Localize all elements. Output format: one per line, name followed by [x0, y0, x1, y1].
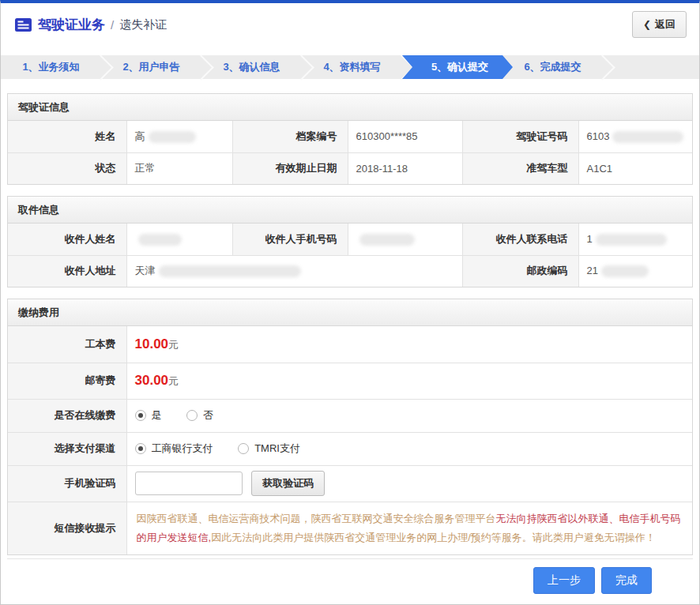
radio-channel-tmri-label[interactable]: TMRI支付 [254, 442, 300, 454]
recipient-address-label: 收件人地址 [8, 255, 126, 287]
work-fee-label: 工本费 [8, 326, 126, 363]
pay-channel-label: 选择支付渠道 [8, 432, 126, 465]
section-fees: 缴纳费用 工本费 10.00元 邮寄费 30.00元 是否在线缴费 是 否 [7, 299, 693, 555]
table-row: 选择支付渠道 工商银行支付 TMRI支付 [8, 432, 692, 465]
step-tab-6[interactable]: 6、完成提交 [502, 55, 603, 79]
license-business-icon [15, 18, 32, 32]
recipient-name-value [126, 224, 232, 255]
recipient-address-value: 天津 [126, 255, 462, 287]
table-row: 状态 正常 有效期止日期 2018-11-18 准驾车型 A1C1 [8, 152, 692, 184]
table-row: 邮寄费 30.00元 [8, 363, 692, 399]
work-fee-value: 10.00元 [126, 326, 692, 363]
sms-code-input[interactable] [135, 472, 243, 495]
table-row: 手机验证码 获取验证码 [8, 465, 692, 502]
online-pay-label: 是否在线缴费 [8, 399, 126, 432]
redacted-value [601, 265, 649, 277]
name-label: 姓名 [8, 121, 126, 152]
work-fee-amount: 10.00 [135, 336, 169, 351]
license-no-value: 6103 [578, 121, 692, 152]
section-pickup-title: 取件信息 [8, 197, 692, 224]
table-row: 工本费 10.00元 [8, 326, 692, 363]
redacted-value [612, 131, 683, 143]
status-label: 状态 [8, 152, 126, 184]
vehicle-type-label: 准驾车型 [462, 152, 578, 184]
step-tab-3[interactable]: 3、确认信息 [201, 55, 302, 79]
status-value: 正常 [126, 152, 232, 184]
sms-notice-part3: 因此无法向此类用户提供陕西省交通管理业务的网上办理/预约等服务。请此类用户避免无… [211, 532, 656, 543]
recipient-mobile-label: 收件人手机号码 [232, 224, 348, 255]
fees-table: 工本费 10.00元 邮寄费 30.00元 是否在线缴费 是 否 选择支付渠道 [8, 326, 692, 554]
radio-online-yes[interactable] [135, 410, 146, 421]
radio-channel-icbc-label[interactable]: 工商银行支付 [152, 442, 213, 454]
back-chevron-icon: ❮ [643, 19, 651, 30]
table-row: 短信接收提示 因陕西省联通、电信运营商技术问题，陕西省互联网交通安全综合服务管理… [8, 502, 692, 554]
redacted-value [149, 131, 196, 143]
radio-channel-icbc[interactable] [135, 443, 146, 454]
expiry-value: 2018-11-18 [348, 152, 462, 184]
recipient-mobile-value [348, 224, 462, 255]
expiry-label: 有效期止日期 [232, 152, 348, 184]
radio-online-no[interactable] [186, 410, 198, 421]
section-fees-title: 缴纳费用 [8, 299, 692, 326]
archive-no-label: 档案编号 [232, 121, 348, 152]
sms-code-field: 获取验证码 [126, 465, 692, 502]
license-no-label: 驾驶证号码 [462, 121, 578, 152]
step-nav: 1、业务须知 2、用户申告 3、确认信息 4、资料填写 5、确认提交 6、完成提… [1, 55, 699, 79]
back-button-label: 返回 [655, 17, 676, 32]
pickup-info-table: 收件人姓名 收件人手机号码 收件人联系电话 1 收件人地址 天津 邮政编码 21 [8, 224, 692, 287]
name-value: 高 [126, 121, 232, 152]
finish-button[interactable]: 完成 [601, 567, 652, 594]
fee-unit: 元 [168, 375, 179, 387]
page-header: 驾驶证业务 / 遗失补证 ❮ 返回 [1, 3, 699, 46]
redacted-value [359, 234, 415, 246]
post-fee-amount: 30.00 [135, 373, 169, 388]
sms-notice-part1: 因陕西省联通、电信运营商技术问题，陕西省互联网交通安全综合服务管理平台 [137, 513, 496, 524]
step-tab-1[interactable]: 1、业务须知 [1, 55, 101, 79]
post-fee-value: 30.00元 [126, 363, 692, 399]
post-fee-label: 邮寄费 [8, 363, 126, 399]
redacted-value [138, 234, 182, 246]
breadcrumb: 驾驶证业务 / 遗失补证 [15, 16, 167, 34]
back-button[interactable]: ❮ 返回 [632, 11, 687, 38]
page-title: 驾驶证业务 [38, 16, 105, 34]
section-license-title: 驾驶证信息 [8, 94, 692, 121]
table-row: 收件人地址 天津 邮政编码 21 [8, 255, 692, 287]
redacted-value [596, 234, 667, 246]
table-row: 收件人姓名 收件人手机号码 收件人联系电话 1 [8, 224, 692, 255]
postal-code-value: 21 [578, 255, 692, 287]
vehicle-type-value: A1C1 [578, 152, 692, 184]
redacted-value [159, 265, 301, 277]
section-license-info: 驾驶证信息 姓名 高 档案编号 610300****85 驾驶证号码 6103 … [7, 93, 693, 185]
sms-notice-text: 因陕西省联通、电信运营商技术问题，陕西省互联网交通安全综合服务管理平台无法向持陕… [126, 502, 692, 554]
recipient-phone-value: 1 [578, 224, 692, 255]
archive-no-value: 610300****85 [348, 121, 462, 152]
step-tab-5-active[interactable]: 5、确认提交 [402, 55, 513, 79]
step-nav-filler [603, 55, 699, 79]
recipient-name-label: 收件人姓名 [8, 224, 126, 255]
footer-actions: 上一步 完成 [7, 558, 693, 594]
sms-notice-label: 短信接收提示 [8, 502, 126, 554]
sms-code-label: 手机验证码 [8, 465, 126, 502]
step-tab-4[interactable]: 4、资料填写 [302, 55, 402, 79]
breadcrumb-divider: / [111, 18, 114, 32]
previous-step-button[interactable]: 上一步 [533, 567, 595, 594]
radio-online-yes-label[interactable]: 是 [152, 409, 162, 421]
step-tab-2[interactable]: 2、用户申告 [101, 55, 201, 79]
recipient-phone-label: 收件人联系电话 [462, 224, 578, 255]
table-row: 姓名 高 档案编号 610300****85 驾驶证号码 6103 [8, 121, 692, 152]
license-info-table: 姓名 高 档案编号 610300****85 驾驶证号码 6103 状态 正常 … [8, 121, 692, 184]
fee-unit: 元 [168, 339, 179, 351]
page: 驾驶证业务 / 遗失补证 ❮ 返回 1、业务须知 2、用户申告 3、确认信息 4… [0, 0, 700, 605]
postal-code-label: 邮政编码 [462, 255, 578, 287]
pay-channel-options: 工商银行支付 TMRI支付 [126, 432, 692, 465]
online-pay-options: 是 否 [126, 399, 692, 432]
section-pickup-info: 取件信息 收件人姓名 收件人手机号码 收件人联系电话 1 收件人地址 天津 邮政… [7, 196, 693, 287]
breadcrumb-current: 遗失补证 [119, 17, 167, 32]
table-row: 是否在线缴费 是 否 [8, 399, 692, 432]
get-sms-code-button[interactable]: 获取验证码 [251, 471, 325, 496]
radio-channel-tmri[interactable] [238, 443, 249, 454]
radio-online-no-label[interactable]: 否 [203, 409, 213, 421]
